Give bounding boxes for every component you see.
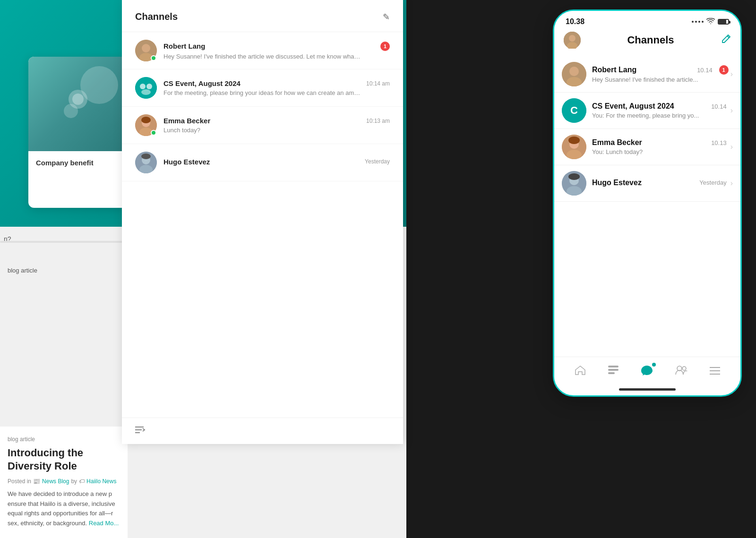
channel-preview-emma: Lunch today? — [163, 127, 362, 134]
chevron-robert: › — [730, 70, 733, 78]
svg-point-9 — [141, 89, 151, 95]
channel-item-cs-event[interactable]: CS Event, August 2024 10:14 am For the m… — [122, 69, 403, 107]
svg-rect-39 — [608, 372, 615, 374]
phone-avatar-cs: C — [562, 98, 586, 123]
channels-panel-title: Channels — [135, 11, 178, 22]
blog-meta-icon2: 🏷 — [79, 478, 85, 485]
channel-info-emma: Emma Becker 10:13 am Lunch today? — [163, 117, 390, 134]
phone-compose-icon[interactable] — [721, 34, 731, 47]
phone-channel-item-cs[interactable]: C CS Event, August 2024 10.14 You: For t… — [554, 93, 740, 129]
chat-notification-dot — [652, 363, 656, 367]
channel-item-hugo[interactable]: Hugo Estevez Yesterday — [122, 144, 403, 181]
svg-point-6 — [135, 77, 157, 99]
phone-user-avatar[interactable] — [564, 32, 581, 49]
channel-name-row-robert: Robert Lang 1 — [163, 42, 390, 51]
people-svg — [675, 365, 687, 376]
phone-channel-info-robert: Robert Lang 10.14 1 Hey Susanne! I've fi… — [592, 65, 729, 83]
blog-article-label: blog article — [0, 267, 45, 274]
phone-channel-list: Robert Lang 10.14 1 Hey Susanne! I've fi… — [554, 56, 740, 357]
svg-point-4 — [142, 44, 150, 52]
phone-channel-name-hugo: Hugo Estevez — [592, 179, 642, 187]
blog-meta-blog[interactable]: News Blog — [42, 478, 69, 485]
blog-meta-by: by — [71, 478, 77, 485]
channel-name-cs: CS Event, August 2024 — [163, 79, 241, 87]
svg-point-1 — [72, 94, 84, 105]
blog-meta-posted: Posted in — [8, 478, 31, 485]
blog-meta-source[interactable]: Haiilo News — [86, 478, 116, 485]
chat-icon — [641, 365, 653, 379]
phone-header: Channels — [554, 30, 740, 56]
phone-channel-item-emma[interactable]: Emma Becker 10.13 You: Lunch today? › — [554, 129, 740, 165]
card-text-area: Company benefit — [28, 151, 128, 174]
phone-status-icons — [692, 18, 729, 26]
phone-avatar-svg — [564, 32, 581, 49]
phone-channel-name-row-hugo: Hugo Estevez Yesterday — [592, 179, 729, 187]
card-circle-decoration — [80, 66, 118, 104]
phone-channel-preview-emma: You: Lunch today? — [592, 148, 729, 155]
svg-point-17 — [141, 154, 151, 159]
unread-badge-robert: 1 — [380, 42, 390, 51]
filter-icon[interactable] — [135, 426, 146, 436]
question-text: n? — [0, 231, 15, 247]
phone-time-badge-robert: 10.14 1 — [697, 65, 729, 75]
channel-name-row-cs: CS Event, August 2024 10:14 am — [163, 79, 390, 87]
phone-channel-name-row-cs: CS Event, August 2024 10.14 — [592, 102, 729, 111]
phone-channel-time-robert: 10.14 — [697, 67, 713, 74]
wifi-icon — [706, 18, 715, 26]
menu-icon — [710, 366, 720, 378]
feed-svg — [608, 366, 619, 375]
phone-unread-robert: 1 — [719, 65, 729, 75]
home-svg — [575, 365, 586, 376]
phone-channel-info-hugo: Hugo Estevez Yesterday — [592, 179, 729, 188]
blog-body-text: We have decided to introduce a new p ens… — [8, 489, 120, 529]
phone-avatar-svg-hugo — [562, 171, 586, 196]
channel-name-row-emma: Emma Becker 10:13 am — [163, 117, 390, 125]
people-icon — [675, 365, 687, 378]
channel-time-hugo: Yesterday — [365, 158, 390, 165]
channel-preview-robert: Hey Susanne! I've finished the article w… — [163, 53, 362, 60]
online-indicator-emma — [151, 130, 156, 136]
avatar-cs-event — [135, 77, 157, 99]
card-image — [28, 57, 128, 151]
svg-point-13 — [141, 117, 151, 123]
avatar-hugo — [135, 152, 157, 173]
channel-item-emma[interactable]: Emma Becker 10:13 am Lunch today? — [122, 107, 403, 144]
nav-chat[interactable] — [639, 363, 655, 381]
phone-channel-time-emma: 10.13 — [711, 139, 727, 146]
wifi-svg — [706, 18, 715, 25]
nav-menu[interactable] — [708, 364, 722, 380]
grey-divider — [0, 241, 128, 243]
channels-panel: Channels ✎ Robert Lang 1 — [122, 0, 403, 444]
channel-name-row-hugo: Hugo Estevez Yesterday — [163, 158, 390, 166]
blog-label: blog article — [8, 436, 120, 443]
nav-people[interactable] — [673, 363, 689, 380]
signal-dots — [692, 21, 704, 23]
phone-channel-item-hugo[interactable]: Hugo Estevez Yesterday › — [554, 165, 740, 202]
nav-home[interactable] — [573, 363, 588, 380]
dot4 — [702, 21, 704, 23]
avatar-svg-hugo — [135, 152, 157, 173]
channel-name-emma: Emma Becker — [163, 117, 210, 125]
channel-item-robert[interactable]: Robert Lang 1 Hey Susanne! I've finished… — [122, 32, 403, 69]
channels-footer — [122, 418, 403, 444]
svg-point-32 — [568, 137, 580, 144]
svg-point-36 — [568, 173, 580, 180]
phone-avatar-svg-emma — [562, 135, 586, 159]
channel-time-cs: 10:14 am — [366, 80, 390, 87]
svg-point-41 — [682, 367, 686, 370]
card-title: Company benefit — [36, 159, 120, 167]
company-benefits-card[interactable]: Company benefit — [28, 57, 128, 208]
phone-channel-info-cs: CS Event, August 2024 10.14 You: For the… — [592, 102, 729, 119]
nav-feed[interactable] — [606, 364, 620, 380]
battery-fill — [719, 20, 726, 24]
phone-mockup: 10.38 — [553, 9, 742, 397]
phone-channel-time-cs: 10.14 — [711, 103, 727, 110]
avatar-wrap-hugo — [135, 152, 157, 173]
menu-svg — [710, 367, 720, 375]
read-more-link[interactable]: Read Mo... — [89, 520, 119, 527]
channel-time-emma: 10:13 am — [366, 118, 390, 124]
svg-rect-38 — [608, 369, 619, 371]
home-icon — [575, 365, 586, 378]
phone-channel-item-robert[interactable]: Robert Lang 10.14 1 Hey Susanne! I've fi… — [554, 56, 740, 93]
compose-icon[interactable]: ✎ — [383, 12, 390, 22]
